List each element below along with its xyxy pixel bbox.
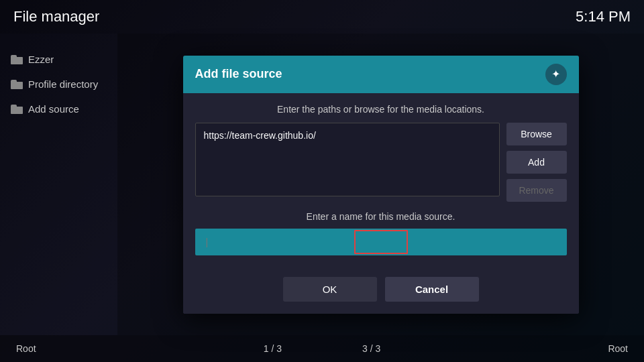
- add-button[interactable]: Add: [506, 151, 567, 174]
- url-value: https://team-crew.github.io/: [204, 130, 316, 141]
- sidebar-item-label: Add source: [28, 103, 79, 115]
- dialog-content-row: https://team-crew.github.io/ Browse Add …: [195, 123, 567, 202]
- sidebar-item-profile-directory[interactable]: Profile directory: [0, 72, 117, 97]
- sidebar-item-label: Ezzer: [28, 54, 54, 65]
- dialog-header: Add file source ✦: [183, 56, 579, 93]
- page-indicator-right: 3 / 3: [362, 343, 380, 354]
- browse-button[interactable]: Browse: [506, 123, 567, 145]
- bottom-left: Root: [16, 343, 36, 354]
- dialog-body: Enter the paths or browse for the media …: [183, 93, 579, 277]
- kodi-logo: ✦: [545, 64, 567, 85]
- name-input-wrapper: [195, 229, 567, 255]
- top-bar: File manager 5:14 PM: [0, 0, 644, 34]
- folder-icon: [11, 80, 23, 89]
- name-label: Enter a name for this media source.: [195, 211, 567, 222]
- add-file-source-dialog: Add file source ✦ Enter the paths or bro…: [183, 56, 579, 314]
- app-title: File manager: [13, 8, 99, 25]
- page-indicator-left: 1 / 3: [264, 343, 282, 354]
- bottom-right: Root: [608, 343, 628, 354]
- name-input[interactable]: [195, 229, 567, 255]
- side-buttons: Browse Add Remove: [506, 123, 567, 202]
- bottom-center: 1 / 3 3 / 3: [264, 343, 381, 354]
- sidebar-item-add-source[interactable]: Add source: [0, 97, 117, 121]
- cancel-button[interactable]: Cancel: [385, 277, 479, 302]
- bottom-bar: Root 1 / 3 3 / 3 Root: [0, 335, 644, 362]
- clock: 5:14 PM: [576, 8, 631, 25]
- folder-icon: [11, 55, 23, 64]
- dialog-title: Add file source: [195, 67, 282, 81]
- sidebar-item-label: Profile directory: [28, 78, 98, 90]
- dialog-footer: OK Cancel: [183, 277, 579, 314]
- dialog-overlay: Add file source ✦ Enter the paths or bro…: [117, 34, 644, 335]
- folder-icon: [11, 105, 23, 114]
- url-display-box[interactable]: https://team-crew.github.io/: [195, 123, 500, 196]
- remove-button[interactable]: Remove: [506, 179, 567, 202]
- sidebar-item-ezzer[interactable]: Ezzer: [0, 47, 117, 72]
- ok-button[interactable]: OK: [283, 277, 377, 302]
- sidebar: Ezzer Profile directory Add source: [0, 34, 117, 335]
- dialog-instruction: Enter the paths or browse for the media …: [195, 104, 567, 115]
